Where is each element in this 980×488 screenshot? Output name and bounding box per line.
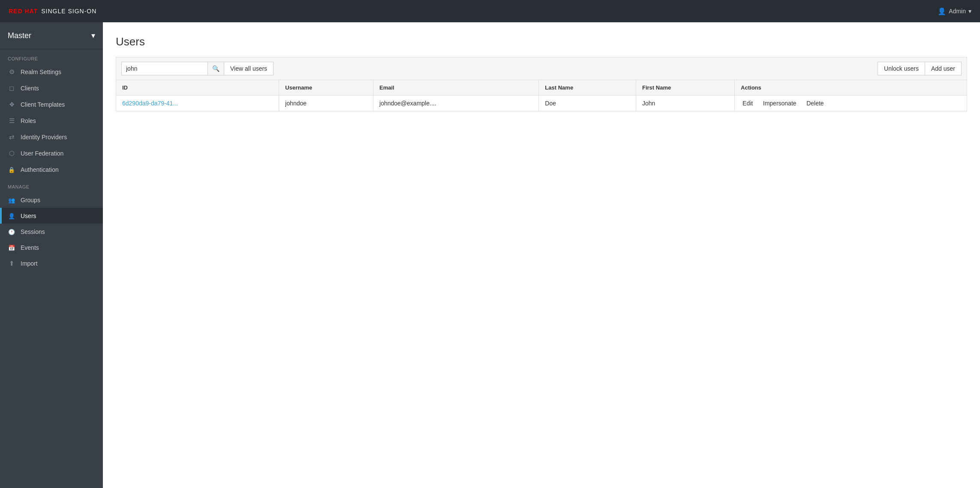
- search-button[interactable]: 🔍: [207, 62, 224, 75]
- client-templates-icon: [8, 101, 15, 108]
- user-nav-icon: 👤: [938, 7, 946, 15]
- delete-action-link[interactable]: Delete: [805, 100, 825, 107]
- col-actions: Actions: [735, 80, 967, 96]
- brand-sso: SINGLE SIGN-ON: [41, 8, 96, 15]
- sidebar-item-label: Roles: [21, 117, 36, 124]
- sidebar: Master ▾ Configure Realm Settings Client…: [0, 22, 103, 488]
- search-wrapper: 🔍: [121, 62, 224, 75]
- sidebar-item-authentication[interactable]: Authentication: [0, 162, 103, 177]
- actions-cell: Edit Impersonate Delete: [735, 96, 967, 111]
- sidebar-item-label: Events: [21, 244, 39, 251]
- table-header: ID Username Email Last Name First Name A…: [116, 80, 967, 96]
- sidebar-item-label: Identity Providers: [21, 134, 67, 141]
- sidebar-item-identity-providers[interactable]: Identity Providers: [0, 129, 103, 145]
- sidebar-item-label: Authentication: [21, 166, 59, 173]
- groups-icon: [8, 196, 15, 204]
- table-row: 6d290da9-da79-41... johndoe johndoe@exam…: [116, 96, 967, 111]
- col-firstname: First Name: [636, 80, 734, 96]
- toolbar-left: 🔍 View all users: [121, 62, 274, 75]
- realm-settings-icon: [8, 68, 15, 76]
- users-icon: [8, 212, 15, 219]
- admin-menu[interactable]: 👤 Admin ▾: [938, 7, 971, 15]
- unlock-users-button[interactable]: Unlock users: [878, 62, 925, 75]
- col-username: Username: [279, 80, 373, 96]
- view-all-users-button[interactable]: View all users: [224, 62, 274, 75]
- edit-action-link[interactable]: Edit: [741, 100, 755, 107]
- search-input[interactable]: [122, 62, 207, 75]
- main-content: Users 🔍 View all users Unlock users Add …: [103, 22, 980, 488]
- identity-providers-icon: [8, 133, 15, 141]
- brand-redhat: RED HAT: [9, 8, 38, 15]
- sidebar-item-label: Client Templates: [21, 101, 65, 108]
- toolbar-right: Unlock users Add user: [878, 62, 962, 75]
- configure-section-label: Configure: [0, 49, 103, 64]
- col-lastname: Last Name: [539, 80, 636, 96]
- firstname-cell: John: [636, 96, 734, 111]
- admin-chevron-icon: ▾: [968, 8, 971, 15]
- col-id: ID: [116, 80, 279, 96]
- user-id-cell: 6d290da9-da79-41...: [116, 96, 279, 111]
- email-cell: johndoe@example....: [373, 96, 539, 111]
- table-body: 6d290da9-da79-41... johndoe johndoe@exam…: [116, 96, 967, 111]
- main-layout: Master ▾ Configure Realm Settings Client…: [0, 22, 980, 488]
- realm-selector[interactable]: Master ▾: [0, 22, 103, 49]
- manage-section-label: Manage: [0, 177, 103, 192]
- navbar: RED HAT SINGLE SIGN-ON 👤 Admin ▾: [0, 0, 980, 22]
- authentication-icon: [8, 166, 15, 173]
- sidebar-item-label: Clients: [21, 85, 39, 92]
- user-federation-icon: [8, 150, 15, 157]
- sidebar-item-groups[interactable]: Groups: [0, 192, 103, 208]
- sidebar-item-events[interactable]: Events: [0, 240, 103, 255]
- users-table: ID Username Email Last Name First Name A…: [116, 80, 967, 111]
- clients-icon: [8, 84, 15, 92]
- sidebar-item-roles[interactable]: Roles: [0, 113, 103, 129]
- user-id-link[interactable]: 6d290da9-da79-41...: [122, 100, 178, 107]
- events-icon: [8, 244, 15, 251]
- sidebar-item-label: User Federation: [21, 150, 63, 157]
- sidebar-item-label: Users: [21, 213, 36, 219]
- roles-icon: [8, 117, 15, 125]
- import-icon: [8, 260, 15, 267]
- sidebar-item-clients[interactable]: Clients: [0, 80, 103, 96]
- search-icon: 🔍: [212, 65, 219, 72]
- sidebar-item-user-federation[interactable]: User Federation: [0, 145, 103, 162]
- lastname-cell: Doe: [539, 96, 636, 111]
- page-title: Users: [116, 35, 967, 48]
- realm-name: Master: [8, 31, 31, 40]
- sidebar-item-client-templates[interactable]: Client Templates: [0, 96, 103, 113]
- impersonate-action-link[interactable]: Impersonate: [761, 100, 798, 107]
- brand: RED HAT SINGLE SIGN-ON: [9, 8, 96, 15]
- admin-label: Admin: [949, 8, 966, 15]
- realm-chevron-icon: ▾: [91, 31, 95, 40]
- sidebar-item-label: Import: [21, 260, 38, 267]
- sidebar-item-users[interactable]: Users: [0, 208, 103, 224]
- sidebar-item-import[interactable]: Import: [0, 255, 103, 272]
- sidebar-item-label: Realm Settings: [21, 69, 61, 75]
- sidebar-item-sessions[interactable]: Sessions: [0, 224, 103, 240]
- sessions-icon: [8, 228, 15, 235]
- sidebar-item-label: Sessions: [21, 228, 45, 235]
- sidebar-item-realm-settings[interactable]: Realm Settings: [0, 64, 103, 80]
- col-email: Email: [373, 80, 539, 96]
- toolbar-row: 🔍 View all users Unlock users Add user: [116, 57, 967, 80]
- add-user-button[interactable]: Add user: [925, 62, 962, 75]
- username-cell: johndoe: [279, 96, 373, 111]
- sidebar-item-label: Groups: [21, 197, 40, 204]
